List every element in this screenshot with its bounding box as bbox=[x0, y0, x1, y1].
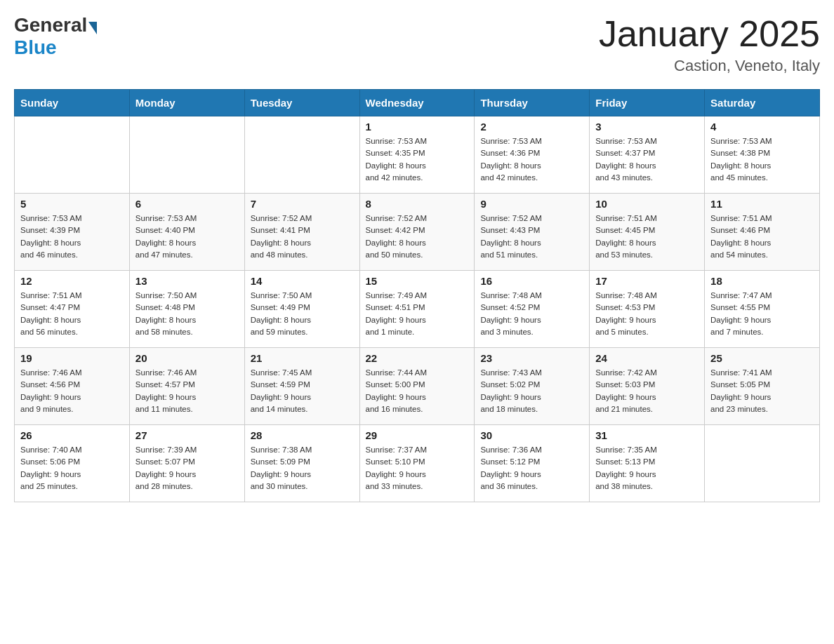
day-info: Sunrise: 7:51 AM Sunset: 4:46 PM Dayligh… bbox=[710, 213, 814, 261]
day-info: Sunrise: 7:50 AM Sunset: 4:49 PM Dayligh… bbox=[251, 290, 354, 338]
day-info: Sunrise: 7:53 AM Sunset: 4:35 PM Dayligh… bbox=[366, 135, 469, 184]
day-number: 8 bbox=[366, 198, 469, 210]
calendar-cell: 9Sunrise: 7:52 AM Sunset: 4:43 PM Daylig… bbox=[475, 194, 590, 271]
page-header: General Blue January 2025 Castion, Venet… bbox=[14, 14, 820, 75]
column-header-wednesday: Wednesday bbox=[359, 90, 475, 116]
calendar-cell: 1Sunrise: 7:53 AM Sunset: 4:35 PM Daylig… bbox=[359, 116, 475, 194]
logo: General Blue bbox=[14, 14, 98, 59]
day-number: 26 bbox=[20, 429, 124, 441]
day-info: Sunrise: 7:51 AM Sunset: 4:47 PM Dayligh… bbox=[20, 290, 124, 338]
calendar-cell: 7Sunrise: 7:52 AM Sunset: 4:41 PM Daylig… bbox=[244, 194, 359, 271]
calendar-cell: 18Sunrise: 7:47 AM Sunset: 4:55 PM Dayli… bbox=[705, 271, 820, 348]
calendar-cell: 2Sunrise: 7:53 AM Sunset: 4:36 PM Daylig… bbox=[475, 116, 590, 194]
calendar-cell: 20Sunrise: 7:46 AM Sunset: 4:57 PM Dayli… bbox=[129, 348, 244, 425]
day-number: 14 bbox=[251, 275, 354, 287]
day-number: 9 bbox=[480, 198, 583, 210]
day-info: Sunrise: 7:51 AM Sunset: 4:45 PM Dayligh… bbox=[595, 213, 699, 261]
day-number: 6 bbox=[135, 198, 239, 210]
calendar-week-row: 26Sunrise: 7:40 AM Sunset: 5:06 PM Dayli… bbox=[15, 425, 820, 502]
day-info: Sunrise: 7:46 AM Sunset: 4:56 PM Dayligh… bbox=[20, 367, 124, 415]
day-number: 3 bbox=[595, 121, 699, 133]
calendar-week-row: 1Sunrise: 7:53 AM Sunset: 4:35 PM Daylig… bbox=[15, 116, 820, 194]
day-info: Sunrise: 7:48 AM Sunset: 4:52 PM Dayligh… bbox=[480, 290, 583, 338]
day-info: Sunrise: 7:52 AM Sunset: 4:42 PM Dayligh… bbox=[366, 213, 469, 261]
calendar-header-row: SundayMondayTuesdayWednesdayThursdayFrid… bbox=[15, 90, 820, 116]
day-info: Sunrise: 7:35 AM Sunset: 5:13 PM Dayligh… bbox=[595, 444, 699, 492]
day-info: Sunrise: 7:41 AM Sunset: 5:05 PM Dayligh… bbox=[710, 367, 814, 415]
title-block: January 2025 Castion, Veneto, Italy bbox=[599, 14, 820, 75]
calendar-cell: 6Sunrise: 7:53 AM Sunset: 4:40 PM Daylig… bbox=[129, 194, 244, 271]
day-info: Sunrise: 7:36 AM Sunset: 5:12 PM Dayligh… bbox=[480, 444, 583, 492]
calendar-cell: 25Sunrise: 7:41 AM Sunset: 5:05 PM Dayli… bbox=[705, 348, 820, 425]
calendar-week-row: 19Sunrise: 7:46 AM Sunset: 4:56 PM Dayli… bbox=[15, 348, 820, 425]
day-number: 12 bbox=[20, 275, 124, 287]
calendar-cell: 16Sunrise: 7:48 AM Sunset: 4:52 PM Dayli… bbox=[475, 271, 590, 348]
day-info: Sunrise: 7:43 AM Sunset: 5:02 PM Dayligh… bbox=[480, 367, 583, 415]
day-info: Sunrise: 7:42 AM Sunset: 5:03 PM Dayligh… bbox=[595, 367, 699, 415]
day-info: Sunrise: 7:53 AM Sunset: 4:38 PM Dayligh… bbox=[710, 135, 814, 184]
calendar-cell bbox=[244, 116, 359, 194]
calendar-cell: 15Sunrise: 7:49 AM Sunset: 4:51 PM Dayli… bbox=[359, 271, 475, 348]
day-info: Sunrise: 7:52 AM Sunset: 4:43 PM Dayligh… bbox=[480, 213, 583, 261]
day-number: 20 bbox=[135, 352, 239, 364]
day-info: Sunrise: 7:46 AM Sunset: 4:57 PM Dayligh… bbox=[135, 367, 239, 415]
calendar-cell: 30Sunrise: 7:36 AM Sunset: 5:12 PM Dayli… bbox=[475, 425, 590, 502]
day-info: Sunrise: 7:52 AM Sunset: 4:41 PM Dayligh… bbox=[251, 213, 354, 261]
day-number: 22 bbox=[366, 352, 469, 364]
calendar-cell bbox=[705, 425, 820, 502]
day-number: 5 bbox=[20, 198, 124, 210]
calendar-cell: 27Sunrise: 7:39 AM Sunset: 5:07 PM Dayli… bbox=[129, 425, 244, 502]
day-info: Sunrise: 7:53 AM Sunset: 4:40 PM Dayligh… bbox=[135, 213, 239, 261]
day-info: Sunrise: 7:49 AM Sunset: 4:51 PM Dayligh… bbox=[366, 290, 469, 338]
logo-general-text: General bbox=[14, 14, 87, 36]
column-header-friday: Friday bbox=[590, 90, 705, 116]
column-header-monday: Monday bbox=[129, 90, 244, 116]
calendar-cell: 17Sunrise: 7:48 AM Sunset: 4:53 PM Dayli… bbox=[590, 271, 705, 348]
logo-arrow-icon bbox=[88, 22, 97, 34]
column-header-tuesday: Tuesday bbox=[244, 90, 359, 116]
day-number: 11 bbox=[710, 198, 814, 210]
day-info: Sunrise: 7:50 AM Sunset: 4:48 PM Dayligh… bbox=[135, 290, 239, 338]
calendar-cell: 12Sunrise: 7:51 AM Sunset: 4:47 PM Dayli… bbox=[15, 271, 130, 348]
day-number: 7 bbox=[251, 198, 354, 210]
day-info: Sunrise: 7:45 AM Sunset: 4:59 PM Dayligh… bbox=[251, 367, 354, 415]
day-info: Sunrise: 7:39 AM Sunset: 5:07 PM Dayligh… bbox=[135, 444, 239, 492]
day-number: 19 bbox=[20, 352, 124, 364]
logo-blue-text: Blue bbox=[14, 36, 57, 59]
day-info: Sunrise: 7:40 AM Sunset: 5:06 PM Dayligh… bbox=[20, 444, 124, 492]
day-number: 10 bbox=[595, 198, 699, 210]
calendar-cell: 26Sunrise: 7:40 AM Sunset: 5:06 PM Dayli… bbox=[15, 425, 130, 502]
calendar-cell: 31Sunrise: 7:35 AM Sunset: 5:13 PM Dayli… bbox=[590, 425, 705, 502]
calendar-cell: 22Sunrise: 7:44 AM Sunset: 5:00 PM Dayli… bbox=[359, 348, 475, 425]
calendar-cell: 11Sunrise: 7:51 AM Sunset: 4:46 PM Dayli… bbox=[705, 194, 820, 271]
calendar-cell: 24Sunrise: 7:42 AM Sunset: 5:03 PM Dayli… bbox=[590, 348, 705, 425]
calendar-cell: 21Sunrise: 7:45 AM Sunset: 4:59 PM Dayli… bbox=[244, 348, 359, 425]
day-info: Sunrise: 7:53 AM Sunset: 4:39 PM Dayligh… bbox=[20, 213, 124, 261]
month-title: January 2025 bbox=[599, 14, 820, 54]
day-info: Sunrise: 7:38 AM Sunset: 5:09 PM Dayligh… bbox=[251, 444, 354, 492]
day-info: Sunrise: 7:53 AM Sunset: 4:36 PM Dayligh… bbox=[480, 135, 583, 184]
day-number: 30 bbox=[480, 429, 583, 441]
column-header-sunday: Sunday bbox=[15, 90, 130, 116]
day-number: 25 bbox=[710, 352, 814, 364]
day-number: 18 bbox=[710, 275, 814, 287]
calendar-cell: 28Sunrise: 7:38 AM Sunset: 5:09 PM Dayli… bbox=[244, 425, 359, 502]
day-number: 16 bbox=[480, 275, 583, 287]
day-info: Sunrise: 7:48 AM Sunset: 4:53 PM Dayligh… bbox=[595, 290, 699, 338]
day-info: Sunrise: 7:37 AM Sunset: 5:10 PM Dayligh… bbox=[366, 444, 469, 492]
column-header-thursday: Thursday bbox=[475, 90, 590, 116]
day-number: 4 bbox=[710, 121, 814, 133]
calendar-cell: 3Sunrise: 7:53 AM Sunset: 4:37 PM Daylig… bbox=[590, 116, 705, 194]
day-number: 23 bbox=[480, 352, 583, 364]
day-number: 29 bbox=[366, 429, 469, 441]
day-number: 1 bbox=[366, 121, 469, 133]
calendar-cell: 29Sunrise: 7:37 AM Sunset: 5:10 PM Dayli… bbox=[359, 425, 475, 502]
calendar-cell: 4Sunrise: 7:53 AM Sunset: 4:38 PM Daylig… bbox=[705, 116, 820, 194]
calendar-cell bbox=[15, 116, 130, 194]
day-info: Sunrise: 7:53 AM Sunset: 4:37 PM Dayligh… bbox=[595, 135, 699, 184]
day-number: 15 bbox=[366, 275, 469, 287]
calendar-cell: 5Sunrise: 7:53 AM Sunset: 4:39 PM Daylig… bbox=[15, 194, 130, 271]
column-header-saturday: Saturday bbox=[705, 90, 820, 116]
day-info: Sunrise: 7:47 AM Sunset: 4:55 PM Dayligh… bbox=[710, 290, 814, 338]
calendar-cell: 13Sunrise: 7:50 AM Sunset: 4:48 PM Dayli… bbox=[129, 271, 244, 348]
